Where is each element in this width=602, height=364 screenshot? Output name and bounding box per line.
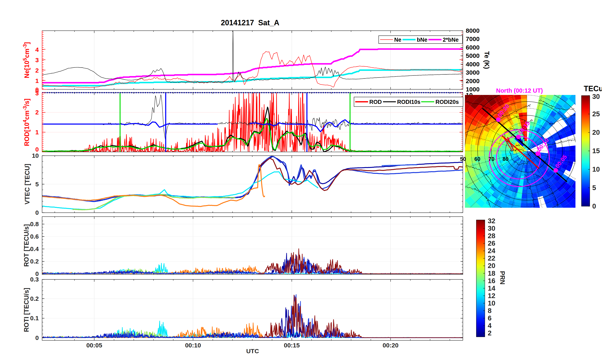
svg-text:4: 4 xyxy=(35,46,39,53)
svg-text:0.2: 0.2 xyxy=(30,295,39,302)
svg-text:0.8: 0.8 xyxy=(30,221,39,227)
svg-text:12: 12 xyxy=(488,292,495,300)
svg-text:VTEC [TECU]: VTEC [TECU] xyxy=(24,164,31,204)
svg-text:28: 28 xyxy=(488,232,495,240)
svg-text:TECu: TECu xyxy=(584,84,602,93)
svg-text:15: 15 xyxy=(592,147,600,155)
svg-text:4: 4 xyxy=(488,322,492,329)
svg-text:5: 5 xyxy=(35,181,39,188)
svg-text:0: 0 xyxy=(35,209,39,216)
svg-text:1: 1 xyxy=(35,77,39,84)
svg-text:18: 18 xyxy=(488,269,495,277)
svg-text:8: 8 xyxy=(488,307,492,314)
svg-text:30: 30 xyxy=(592,93,600,100)
svg-text:20: 20 xyxy=(488,262,495,269)
svg-text:20: 20 xyxy=(592,128,600,136)
svg-text:ROTI [TECU/s]: ROTI [TECU/s] xyxy=(23,288,30,332)
svg-text:25: 25 xyxy=(592,110,600,118)
svg-text:32: 32 xyxy=(488,217,495,225)
svg-text:ROT [TECU/s]: ROT [TECU/s] xyxy=(23,224,30,267)
svg-text:ROD: ROD xyxy=(369,99,382,105)
svg-text:3: 3 xyxy=(35,90,39,96)
svg-text:PRN: PRN xyxy=(499,271,506,284)
svg-text:RODI10s: RODI10s xyxy=(397,99,420,105)
svg-text:4000: 4000 xyxy=(466,61,480,68)
svg-text:5000: 5000 xyxy=(466,52,480,59)
svg-text:00:10: 00:10 xyxy=(185,342,201,349)
svg-text:00:05: 00:05 xyxy=(86,342,102,349)
svg-text:UTC: UTC xyxy=(246,348,259,354)
svg-text:10: 10 xyxy=(592,165,600,173)
svg-text:2000: 2000 xyxy=(466,77,480,84)
svg-text:0.6: 0.6 xyxy=(30,233,39,240)
svg-text:8000: 8000 xyxy=(466,27,480,34)
svg-text:70: 70 xyxy=(489,156,494,162)
svg-text:Ne: Ne xyxy=(394,37,401,43)
svg-text:7000: 7000 xyxy=(466,35,480,42)
svg-text:30: 30 xyxy=(488,225,495,232)
svg-text:20141217 Sat_A: 20141217 Sat_A xyxy=(221,19,279,27)
svg-text:3: 3 xyxy=(35,57,39,64)
svg-text:6000: 6000 xyxy=(466,44,480,51)
svg-text:50: 50 xyxy=(460,156,466,162)
svg-text:2: 2 xyxy=(35,109,39,116)
svg-text:24: 24 xyxy=(488,247,495,255)
svg-text:1: 1 xyxy=(35,129,39,136)
svg-text:Te (K): Te (K) xyxy=(483,51,490,69)
svg-text:14: 14 xyxy=(488,284,495,292)
svg-text:RODI20s: RODI20s xyxy=(435,99,459,105)
svg-text:3000: 3000 xyxy=(466,69,480,76)
svg-text:00:15: 00:15 xyxy=(284,342,300,349)
svg-text:10: 10 xyxy=(488,299,495,307)
svg-text:10: 10 xyxy=(32,152,39,159)
svg-text:North (00:12 UT): North (00:12 UT) xyxy=(496,87,543,94)
svg-text:22: 22 xyxy=(488,254,495,262)
svg-text:0: 0 xyxy=(35,146,39,153)
svg-text:0: 0 xyxy=(35,334,39,341)
svg-text:60: 60 xyxy=(474,156,481,162)
svg-text:2: 2 xyxy=(35,67,39,74)
svg-text:26: 26 xyxy=(488,239,495,247)
svg-text:0.1: 0.1 xyxy=(30,315,39,321)
svg-text:bNe: bNe xyxy=(417,37,427,43)
svg-text:00:20: 00:20 xyxy=(383,342,398,349)
svg-text:5: 5 xyxy=(592,184,596,192)
svg-text:0: 0 xyxy=(592,202,596,210)
svg-text:80: 80 xyxy=(503,156,509,162)
svg-text:2*bNe: 2*bNe xyxy=(443,37,459,43)
svg-text:0.4: 0.4 xyxy=(30,246,39,252)
svg-text:16: 16 xyxy=(488,277,495,285)
svg-text:6: 6 xyxy=(488,314,492,322)
svg-text:2: 2 xyxy=(488,329,492,337)
svg-text:0.3: 0.3 xyxy=(30,276,39,283)
svg-text:0.2: 0.2 xyxy=(30,258,39,265)
